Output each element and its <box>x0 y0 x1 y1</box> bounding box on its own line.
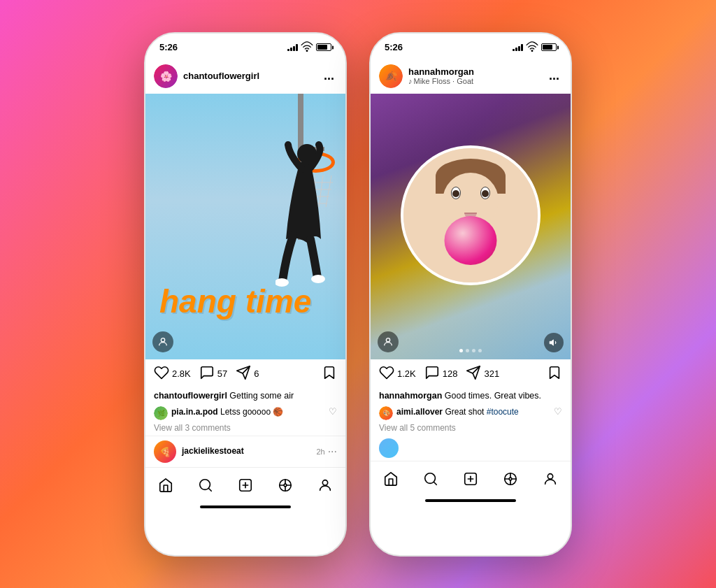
header-info-1: chantouflowergirl <box>183 71 321 82</box>
post-caption-2: hannahmorgan Good times. Great vibes. <box>371 389 571 406</box>
hang-time-text: hang time <box>159 285 311 317</box>
nav-reels-2[interactable] <box>496 468 524 489</box>
like-count-2: 1.2K <box>397 368 416 379</box>
bubblegum-bg <box>371 94 571 359</box>
svg-point-13 <box>161 338 164 341</box>
comment-count-2: 128 <box>443 368 458 379</box>
caption-text-2: hannahmorgan Good times. Great vibes. <box>379 391 541 401</box>
post-image-1: hang time <box>145 94 345 359</box>
wifi-icon-2 <box>526 41 538 55</box>
notif-more-1[interactable]: ··· <box>328 445 337 458</box>
share-button-1[interactable]: 6 <box>236 365 259 383</box>
post-actions-1: 2.8K 57 6 <box>145 359 345 389</box>
time-2: 5:26 <box>385 42 403 52</box>
svg-point-0 <box>306 50 308 51</box>
volume-icon[interactable] <box>544 333 564 352</box>
svg-point-29 <box>386 338 389 341</box>
more-button-1[interactable]: ... <box>321 69 337 83</box>
time-1: 5:26 <box>159 42 178 52</box>
bookmark-button-2[interactable] <box>547 365 562 383</box>
svg-line-34 <box>434 482 436 485</box>
like-button-1[interactable]: 2.8K <box>154 365 191 383</box>
nav-profile-2[interactable] <box>536 468 564 489</box>
status-bar-1: 5:26 <box>145 34 345 59</box>
music-note-icon: ♪ <box>408 77 413 85</box>
nav-search-2[interactable] <box>417 468 445 489</box>
notif-avatar-1: 🍕 <box>154 440 176 463</box>
notification-row-1: 🍕 jackielikestoeat 2h ··· <box>145 436 345 467</box>
share-button-2[interactable]: 321 <box>466 365 499 383</box>
battery-icon-1 <box>316 43 331 51</box>
share-count-1: 6 <box>254 368 259 379</box>
signal-icon-1 <box>287 44 298 51</box>
partial-avatar <box>379 438 399 458</box>
username-1[interactable]: chantouflowergirl <box>183 71 321 82</box>
share-icon-2 <box>466 365 481 383</box>
nav-home-2[interactable] <box>377 468 405 489</box>
post-actions-2: 1.2K 128 321 <box>371 359 571 389</box>
username-2[interactable]: hannahmorgan <box>408 66 546 78</box>
like-button-2[interactable]: 1.2K <box>379 365 416 383</box>
caption-username-1[interactable]: chantouflowergirl <box>154 391 227 401</box>
bookmark-button-1[interactable] <box>322 365 337 383</box>
girl-face-container <box>403 148 538 282</box>
svg-marker-30 <box>550 339 553 345</box>
svg-point-12 <box>311 275 325 283</box>
svg-point-27 <box>323 480 328 485</box>
music-info-2: ♪ Mike Floss · Goat <box>408 77 546 85</box>
comment-avatar-1: 🌿 <box>154 406 168 420</box>
header-info-2: hannahmorgan ♪ Mike Floss · Goat <box>408 66 546 86</box>
bubble-gum <box>445 216 497 265</box>
profile-icon-overlay-2 <box>378 331 399 352</box>
comment-icon-2 <box>424 365 440 383</box>
dot-1 <box>459 349 463 352</box>
svg-line-17 <box>208 488 211 491</box>
partial-comment-row <box>371 436 571 461</box>
status-bar-2: 5:26 <box>371 34 571 59</box>
nav-reels-1[interactable] <box>271 475 299 496</box>
nav-add-2[interactable] <box>457 468 485 489</box>
view-all-comments-1[interactable]: View all 3 comments <box>145 422 345 436</box>
share-count-2: 321 <box>484 368 499 379</box>
eye-right <box>480 187 490 199</box>
notif-text-1: jackielikestoeat <box>182 446 313 457</box>
nav-home-1[interactable] <box>152 475 180 496</box>
post-header-2: 🍂 hannahmorgan ♪ Mike Floss · Goat ... <box>371 59 571 94</box>
like-icon-1 <box>154 365 169 383</box>
comment-like-1[interactable]: ♡ <box>329 406 337 417</box>
caption-text-1: chantouflowergirl Getting some air <box>154 391 294 401</box>
bottom-nav-2 <box>371 461 571 499</box>
avatar-1: 🌸 <box>154 64 178 88</box>
notif-time-1: 2h <box>316 447 324 456</box>
signal-icon-2 <box>513 44 523 51</box>
comment-like-2[interactable]: ♡ <box>554 406 562 417</box>
post-caption-1: chantouflowergirl Getting some air <box>145 389 345 406</box>
home-indicator-1 <box>200 505 291 508</box>
comment-text-1: pia.in.a.pod Letss gooooo 🏀 <box>171 406 324 418</box>
status-icons-2 <box>513 41 557 55</box>
battery-icon-2 <box>541 43 557 51</box>
nav-add-1[interactable] <box>231 475 259 496</box>
profile-icon-overlay-1 <box>152 331 173 352</box>
wifi-icon-1 <box>301 41 313 55</box>
caption-username-2[interactable]: hannahmorgan <box>379 391 442 401</box>
post-image-2 <box>371 94 571 359</box>
nav-profile-1[interactable] <box>311 475 339 496</box>
status-icons-1 <box>287 41 331 55</box>
more-button-2[interactable]: ... <box>546 69 562 83</box>
share-icon-1 <box>236 365 251 383</box>
pupil-right <box>482 190 489 197</box>
hashtag-toocute[interactable]: #toocute <box>487 407 519 417</box>
comment-button-1[interactable]: 57 <box>199 365 227 383</box>
dot-4 <box>478 349 482 352</box>
comment-row-2: 🎨 aimi.allover Great shot #toocute ♡ <box>371 405 571 422</box>
comment-button-2[interactable]: 128 <box>424 365 458 383</box>
comment-row-1: 🌿 pia.in.a.pod Letss gooooo 🏀 ♡ <box>145 405 345 422</box>
view-all-comments-2[interactable]: View all 5 comments <box>371 422 571 436</box>
nav-search-1[interactable] <box>192 475 220 496</box>
comment-count-1: 57 <box>217 368 227 379</box>
carousel-dots <box>459 349 482 352</box>
bottom-nav-1 <box>145 467 345 505</box>
phone-2: 5:26 🍂 hannahmorgan ♪ Mike Floss · Goat … <box>369 32 572 557</box>
svg-point-28 <box>531 50 533 51</box>
